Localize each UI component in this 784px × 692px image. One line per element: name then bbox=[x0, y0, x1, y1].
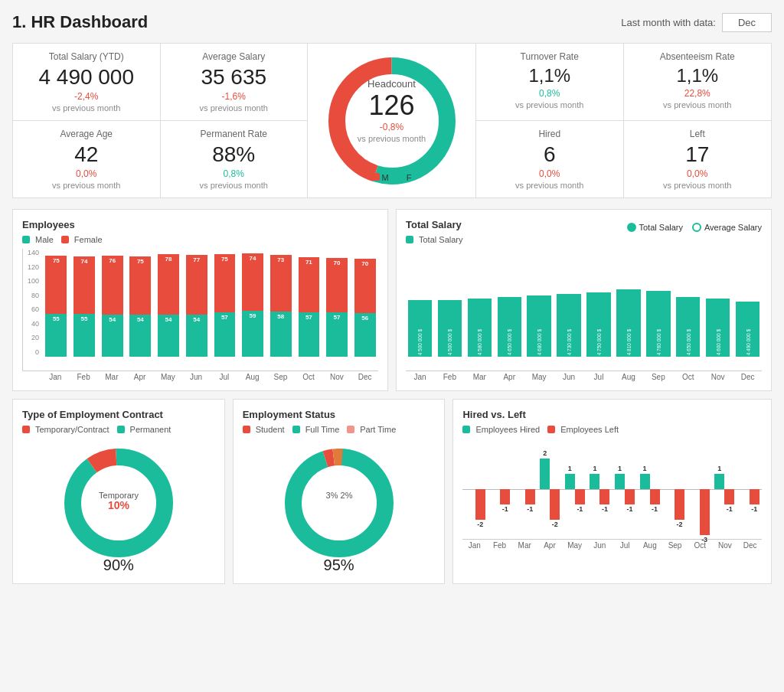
salary-bar-group: 4 680 000 $ bbox=[525, 249, 554, 357]
kpi-total-salary: Total Salary (YTD) 4 490 000 -2,4% vs pr… bbox=[13, 44, 161, 121]
kpi-turnover: Turnover Rate 1,1% 0,8% vs previous mont… bbox=[476, 44, 624, 121]
kpi-perm-rate-label: Permanent Rate bbox=[172, 129, 297, 139]
legend-fulltime: Full Time bbox=[292, 425, 340, 434]
kpi-left-sub: vs previous month bbox=[635, 181, 761, 190]
total-salary-chart-card: Total Salary Total Salary Average Salary… bbox=[396, 209, 772, 391]
kpi-perm-rate: Permanent Rate 88% 0,8% vs previous mont… bbox=[161, 121, 309, 197]
emp-bar-group: 7754 bbox=[183, 248, 210, 357]
legend-perm: Permanent bbox=[117, 425, 172, 434]
perm-pct-label: 90% bbox=[22, 557, 215, 574]
headcount-label: Headcount bbox=[358, 77, 426, 89]
kpi-left-label: Left bbox=[635, 129, 761, 139]
employees-chart-title: Employees bbox=[22, 219, 378, 230]
salary-bar-group: 4 490 000 $ bbox=[733, 249, 762, 357]
legend-male: Male bbox=[22, 235, 54, 244]
kpi-hired-sub: vs previous month bbox=[487, 181, 612, 190]
kpi-left: Left 17 0,0% vs previous month bbox=[624, 121, 772, 197]
emp-bar-group: 7557 bbox=[211, 248, 238, 357]
svg-text:3% 2%: 3% 2% bbox=[325, 491, 352, 500]
emp-bar-group: 7854 bbox=[155, 248, 182, 357]
fulltime-pct-label: 95% bbox=[243, 557, 436, 574]
kpi-perm-rate-sub: vs previous month bbox=[172, 181, 297, 190]
emp-bar-group: 7554 bbox=[127, 248, 154, 357]
kpi-avg-age-sub: vs previous month bbox=[24, 181, 149, 190]
kpi-avg-salary-value: 35 635 bbox=[172, 65, 297, 90]
legend-m: M bbox=[372, 173, 389, 182]
total-salary-header: Total Salary Total Salary Average Salary bbox=[406, 219, 762, 235]
page-title: 1. HR Dashboard bbox=[12, 12, 148, 32]
charts-row: Employees Male Female 020406080100120140… bbox=[12, 209, 772, 391]
legend-student: Student bbox=[243, 425, 285, 434]
employment-status-card: Employment Status Student Full Time Part… bbox=[233, 399, 446, 584]
salary-bar-area: 4 500 000 $4 500 000 $4 580 000 $4 650 0… bbox=[406, 249, 762, 381]
employment-contract-legend: Temporary/Contract Permanent bbox=[22, 425, 215, 434]
kpi-hired-change: 0,0% bbox=[487, 168, 612, 179]
employment-contract-title: Type of Employment Contract bbox=[22, 409, 215, 420]
option-avg-salary[interactable]: Average Salary bbox=[692, 223, 762, 232]
headcount-change: -0,8% bbox=[358, 121, 426, 132]
kpi-absenteeism: Absenteeism Rate 1,1% 22,8% vs previous … bbox=[624, 44, 772, 121]
kpi-avg-salary: Average Salary 35 635 -1,6% vs previous … bbox=[161, 44, 309, 121]
option-total-salary[interactable]: Total Salary bbox=[627, 223, 683, 232]
legend-female: Female bbox=[61, 235, 103, 244]
headcount-sub: vs previous month bbox=[358, 133, 426, 142]
kpi-absenteeism-label: Absenteeism Rate bbox=[635, 51, 761, 62]
kpi-avg-salary-change: -1,6% bbox=[172, 91, 297, 102]
salary-bar-group: 4 580 000 $ bbox=[466, 249, 494, 357]
legend-temp: Temporary/Contract bbox=[22, 425, 109, 434]
total-salary-title: Total Salary bbox=[406, 219, 462, 230]
legend-total-salary: Total Salary bbox=[406, 235, 462, 244]
employment-status-donut: 3% 2% bbox=[243, 442, 436, 564]
kpi-total-salary-change: -2,4% bbox=[24, 91, 149, 102]
salary-bar-group: 4 500 000 $ bbox=[436, 249, 464, 357]
left-bar bbox=[475, 489, 485, 520]
left-bar bbox=[675, 489, 684, 520]
bottom-row: Type of Employment Contract Temporary/Co… bbox=[12, 399, 772, 584]
emp-bar-group: 7057 bbox=[324, 248, 351, 357]
emp-bar-group: 7459 bbox=[240, 248, 266, 357]
left-bar bbox=[525, 489, 535, 504]
kpi-avg-age-value: 42 bbox=[24, 142, 149, 167]
kpi-turnover-value: 1,1% bbox=[487, 65, 612, 86]
emp-bar-group: 7157 bbox=[296, 248, 322, 357]
salary-bar-group: 4 760 000 $ bbox=[644, 249, 672, 357]
hired-bar bbox=[565, 474, 575, 489]
kpi-turnover-label: Turnover Rate bbox=[487, 51, 612, 62]
kpi-turnover-sub: vs previous month bbox=[487, 100, 612, 109]
emp-bar-group: 7455 bbox=[71, 248, 98, 357]
kpi-total-salary-value: 4 490 000 bbox=[24, 65, 149, 90]
hired-bar bbox=[540, 459, 550, 489]
employment-contract-donut: Temporary 10% bbox=[22, 442, 215, 564]
salary-bar-group: 4 500 000 $ bbox=[406, 249, 434, 357]
emp-bar-group: 7358 bbox=[267, 248, 294, 357]
emp-bar-group: 7654 bbox=[99, 248, 126, 357]
left-bar bbox=[700, 489, 710, 535]
left-bar bbox=[575, 489, 585, 504]
salary-bar-group: 4 600 000 $ bbox=[704, 249, 732, 357]
kpi-turnover-change: 0,8% bbox=[487, 88, 612, 99]
salary-bar-group: 4 750 000 $ bbox=[585, 249, 613, 357]
salary-bar-group: 4 650 000 $ bbox=[674, 249, 702, 357]
kpi-avg-salary-sub: vs previous month bbox=[172, 103, 297, 113]
legend-parttime: Part Time bbox=[347, 425, 396, 434]
employment-contract-card: Type of Employment Contract Temporary/Co… bbox=[12, 399, 225, 584]
employees-chart-card: Employees Male Female 020406080100120140… bbox=[12, 209, 388, 391]
employees-chart-legend: Male Female bbox=[22, 235, 378, 244]
last-month-value[interactable]: Dec bbox=[722, 13, 772, 32]
headcount-value: 126 bbox=[358, 89, 426, 121]
salary-options: Total Salary Average Salary bbox=[627, 223, 763, 232]
hired-vs-left-chart: -2-1-12-21-11-11-11-1-2-31-1-1 JanFebMar… bbox=[462, 439, 762, 553]
salary-bar-group: 4 730 000 $ bbox=[555, 249, 583, 357]
kpi-absenteeism-change: 22,8% bbox=[635, 88, 761, 99]
last-month-area: Last month with data: Dec bbox=[621, 13, 772, 32]
legend-employees-hired: Employees Hired bbox=[462, 425, 540, 434]
kpi-hired: Hired 6 0,0% vs previous month bbox=[476, 121, 624, 197]
hired-vs-left-title: Hired vs. Left bbox=[462, 409, 762, 420]
left-bar bbox=[650, 489, 660, 504]
hired-bar bbox=[640, 474, 650, 489]
kpi-total-salary-label: Total Salary (YTD) bbox=[24, 51, 149, 62]
salary-bar-group: 4 810 000 $ bbox=[614, 249, 642, 357]
kpi-left-change: 0,0% bbox=[635, 168, 761, 179]
last-month-label: Last month with data: bbox=[621, 17, 716, 28]
emp-bar-group: 7056 bbox=[351, 248, 378, 357]
